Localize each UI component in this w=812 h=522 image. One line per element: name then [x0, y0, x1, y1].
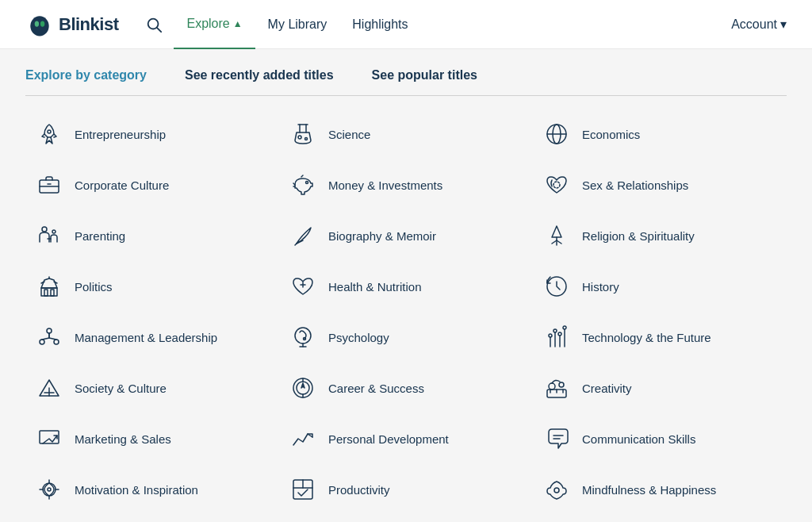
category-item-motivation[interactable]: Motivation & Inspiration	[25, 464, 279, 515]
category-item-religion[interactable]: Religion & Spirituality	[533, 210, 787, 261]
society-icon	[35, 374, 63, 402]
header-right: Account ▾	[731, 17, 787, 32]
category-item-rocket[interactable]: Entrepreneurship	[25, 109, 279, 159]
category-item-technology[interactable]: Technology & the Future	[533, 312, 787, 363]
main-nav: Explore ▲ My Library Highlights	[174, 0, 420, 49]
svg-point-8	[298, 136, 301, 139]
category-item-briefcase[interactable]: Corporate Culture	[25, 159, 279, 210]
psychology-icon	[289, 323, 317, 351]
search-button[interactable]	[140, 11, 167, 38]
logo-icon	[25, 10, 54, 39]
category-item-quill[interactable]: Biography & Memoir	[279, 210, 533, 261]
career-icon	[289, 374, 317, 402]
category-item-health[interactable]: Health & Nutrition	[279, 261, 533, 312]
category-item-productivity[interactable]: Productivity	[279, 464, 533, 515]
category-item-politics[interactable]: Politics	[25, 261, 279, 312]
svg-point-9	[305, 138, 308, 140]
svg-point-21	[42, 227, 47, 232]
category-label: History	[582, 280, 619, 294]
motivation-icon	[35, 475, 63, 504]
category-item-communication[interactable]: Communication Skills	[533, 413, 787, 464]
category-label: Productivity	[328, 483, 390, 497]
category-item-philosophy[interactable]: Philosophy	[533, 515, 787, 522]
category-label: Corporate Culture	[75, 178, 169, 192]
svg-point-2	[40, 21, 44, 26]
category-label: Entrepreneurship	[75, 128, 166, 141]
briefcase-icon	[35, 171, 63, 199]
category-item-creativity[interactable]: Creativity	[533, 363, 787, 413]
category-label: Parenting	[75, 229, 125, 243]
category-label: Money & Investments	[328, 178, 442, 192]
svg-line-26	[557, 240, 561, 244]
svg-point-48	[553, 329, 557, 332]
category-item-heart[interactable]: Sex & Relationships	[533, 159, 787, 210]
category-label: Communication Skills	[582, 432, 695, 446]
category-item-piggybank[interactable]: Money & Investments	[279, 159, 533, 210]
category-item-career[interactable]: Career & Success	[279, 363, 533, 413]
category-item-nature[interactable]: Nature & the Environment	[25, 515, 279, 522]
politics-icon	[35, 272, 63, 301]
health-icon	[289, 272, 317, 301]
account-button[interactable]: Account ▾	[731, 17, 787, 32]
category-item-history[interactable]: History	[533, 261, 787, 312]
category-label: Marketing & Sales	[75, 432, 171, 446]
category-item-parenting[interactable]: Parenting	[25, 210, 279, 261]
category-item-society[interactable]: Society & Culture	[25, 363, 279, 413]
science-icon	[289, 120, 317, 148]
management-icon	[35, 323, 63, 351]
category-label: Motivation & Inspiration	[75, 483, 198, 497]
quill-icon	[289, 221, 317, 250]
svg-point-47	[549, 334, 552, 337]
svg-point-1	[35, 21, 39, 26]
productivity-icon	[289, 475, 317, 504]
category-item-science[interactable]: Science	[279, 109, 533, 159]
logo-text: Blinkist	[59, 14, 118, 35]
category-item-psychology[interactable]: Psychology	[279, 312, 533, 363]
category-label: Sex & Relationships	[582, 178, 688, 192]
sub-nav-explore-by-category[interactable]: Explore by category	[25, 68, 147, 83]
category-item-personal[interactable]: Personal Development	[279, 413, 533, 464]
nav-my-library[interactable]: My Library	[255, 0, 340, 49]
svg-point-68	[48, 488, 51, 491]
category-label: Technology & the Future	[582, 331, 711, 344]
category-label: Science	[328, 128, 370, 141]
parenting-icon	[35, 221, 63, 250]
category-label: Career & Success	[328, 382, 424, 395]
svg-point-59	[549, 383, 555, 390]
communication-icon	[542, 424, 571, 453]
category-label: Economics	[582, 128, 640, 141]
svg-point-36	[40, 340, 44, 344]
rocket-icon	[35, 120, 63, 148]
piggybank-icon	[289, 171, 317, 199]
svg-point-39	[295, 328, 311, 344]
svg-point-35	[47, 328, 52, 333]
category-item-mindfulness[interactable]: Mindfulness & Happiness	[533, 464, 787, 515]
category-label: Politics	[75, 280, 113, 294]
svg-point-20	[553, 182, 560, 188]
category-label: Psychology	[328, 331, 389, 344]
sub-nav: Explore by category See recently added t…	[25, 49, 787, 92]
nav-explore[interactable]: Explore ▲	[174, 0, 255, 49]
sub-nav-popular-titles[interactable]: See popular titles	[372, 68, 477, 83]
category-item-economics[interactable]: Economics	[533, 109, 787, 159]
history-icon	[542, 272, 571, 301]
category-item-education[interactable]: Education	[279, 515, 533, 522]
svg-point-76	[554, 488, 559, 493]
heart-icon	[542, 171, 571, 199]
svg-point-0	[30, 16, 48, 36]
category-grid: EntrepreneurshipScienceEconomicsCorporat…	[25, 109, 787, 522]
creativity-icon	[542, 374, 571, 402]
svg-rect-29	[44, 290, 48, 296]
svg-rect-30	[51, 290, 54, 296]
divider	[25, 95, 787, 96]
technology-icon	[542, 323, 571, 351]
svg-line-27	[552, 240, 557, 244]
sub-nav-recently-added[interactable]: See recently added titles	[185, 68, 334, 83]
category-label: Society & Culture	[75, 382, 167, 395]
category-item-marketing[interactable]: Marketing & Sales	[25, 413, 279, 464]
category-item-management[interactable]: Management & Leadership	[25, 312, 279, 363]
nav-highlights[interactable]: Highlights	[339, 0, 420, 49]
category-label: Management & Leadership	[75, 331, 217, 344]
logo[interactable]: Blinkist	[25, 10, 118, 39]
category-label: Religion & Spirituality	[582, 229, 695, 243]
